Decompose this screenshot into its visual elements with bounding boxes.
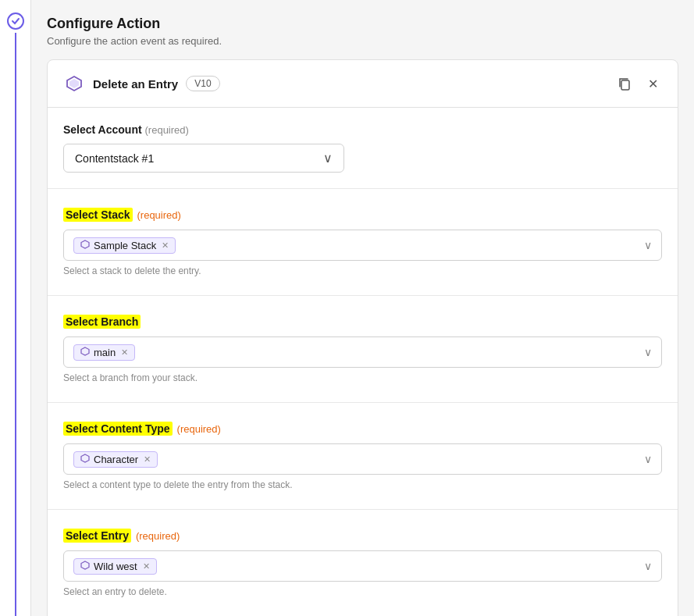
branch-select-left: main ✕ — [73, 344, 135, 361]
branch-label: Select Branch — [63, 315, 662, 329]
entry-chip-icon — [80, 561, 90, 572]
account-select-dropdown[interactable]: Contentstack #1 ∨ — [63, 144, 344, 173]
card-header-left: Delete an Entry V10 — [63, 73, 220, 94]
configure-action-card: Delete an Entry V10 ✕ Select Account ( — [47, 59, 678, 616]
stack-select-left: Sample Stack ✕ — [73, 237, 176, 254]
content-type-select-dropdown[interactable]: Character ✕ ∨ — [63, 443, 662, 475]
action-title: Delete an Entry — [93, 77, 178, 91]
stack-label-text: Select Stack — [63, 208, 133, 222]
entry-select-dropdown[interactable]: Wild west ✕ ∨ — [63, 550, 662, 582]
branch-chevron-icon: ∨ — [644, 346, 652, 358]
sidebar-line — [15, 33, 16, 616]
page-subtitle: Configure the action event as required. — [47, 35, 678, 47]
sidebar — [0, 0, 31, 616]
action-icon — [63, 73, 85, 94]
stack-select-dropdown[interactable]: Sample Stack ✕ ∨ — [63, 230, 662, 261]
close-button[interactable]: ✕ — [643, 74, 662, 93]
stack-tag-chip: Sample Stack ✕ — [73, 237, 176, 254]
svg-marker-4 — [81, 347, 89, 355]
entry-tag-chip: Wild west ✕ — [73, 558, 157, 575]
main-content: Configure Action Configure the action ev… — [31, 0, 694, 616]
copy-button[interactable] — [615, 74, 634, 93]
stack-label: Select Stack (required) — [63, 208, 662, 222]
content-type-chip-remove[interactable]: ✕ — [144, 454, 151, 465]
entry-chevron-icon: ∨ — [644, 560, 652, 572]
entry-label: Select Entry (required) — [63, 529, 662, 543]
branch-hint: Select a branch from your stack. — [63, 372, 662, 383]
entry-section: Select Entry (required) Wild west ✕ — [48, 510, 678, 616]
svg-marker-3 — [81, 240, 89, 248]
page-title: Configure Action — [47, 16, 678, 32]
stack-chevron-icon: ∨ — [644, 239, 652, 251]
card-header-right: ✕ — [615, 74, 662, 93]
entry-chip-remove[interactable]: ✕ — [143, 561, 150, 571]
stack-required-text: (required) — [137, 209, 181, 221]
account-label: Select Account (required) — [63, 123, 662, 136]
content-type-chip-icon — [80, 454, 90, 465]
stack-chip-label: Sample Stack — [94, 240, 156, 251]
svg-marker-1 — [69, 79, 79, 88]
branch-tag-chip: main ✕ — [73, 344, 135, 361]
content-type-select-left: Character ✕ — [73, 451, 158, 468]
entry-label-text: Select Entry — [63, 529, 131, 543]
entry-required-text: (required) — [136, 530, 180, 542]
account-selected-value: Contentstack #1 — [75, 152, 154, 165]
branch-label-text: Select Branch — [63, 315, 141, 329]
branch-chip-label: main — [94, 347, 116, 358]
entry-chip-label: Wild west — [94, 561, 137, 572]
content-type-label: Select Content Type (required) — [63, 422, 662, 436]
version-badge: V10 — [186, 76, 219, 91]
svg-rect-2 — [621, 80, 629, 90]
entry-select-left: Wild west ✕ — [73, 558, 157, 575]
content-type-required-text: (required) — [177, 423, 221, 435]
stack-chip-icon — [80, 240, 90, 251]
stack-hint: Select a stack to delete the entry. — [63, 265, 662, 276]
content-type-chevron-icon: ∨ — [644, 453, 652, 465]
stack-section: Select Stack (required) Sample Stack ✕ — [48, 189, 678, 296]
branch-section: Select Branch main ✕ ∨ Selec — [48, 296, 678, 403]
content-type-label-text: Select Content Type — [63, 422, 173, 436]
svg-marker-6 — [81, 561, 89, 569]
content-type-hint: Select a content type to delete the entr… — [63, 479, 662, 490]
stack-chip-remove[interactable]: ✕ — [162, 240, 169, 251]
account-required-text: (required) — [145, 124, 189, 136]
sidebar-step-indicator — [7, 12, 24, 30]
account-section: Select Account (required) Contentstack #… — [48, 108, 678, 189]
card-header: Delete an Entry V10 ✕ — [48, 60, 678, 108]
branch-chip-icon — [80, 347, 90, 358]
branch-select-dropdown[interactable]: main ✕ ∨ — [63, 336, 662, 368]
content-type-chip-label: Character — [94, 454, 138, 465]
entry-hint: Select an entry to delete. — [63, 586, 662, 597]
svg-marker-5 — [81, 454, 89, 462]
branch-chip-remove[interactable]: ✕ — [121, 347, 128, 358]
account-chevron-icon: ∨ — [323, 151, 333, 166]
page-header: Configure Action Configure the action ev… — [47, 16, 678, 47]
content-type-tag-chip: Character ✕ — [73, 451, 158, 468]
content-type-section: Select Content Type (required) Character… — [48, 403, 678, 510]
